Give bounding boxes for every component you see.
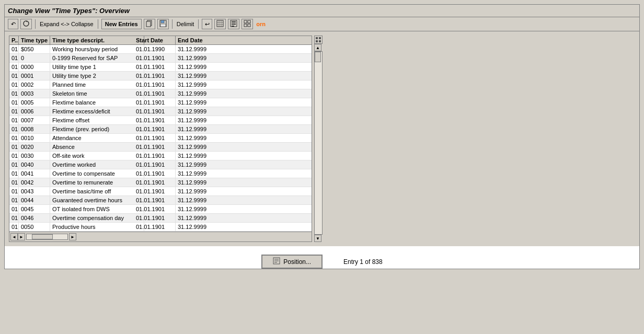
table-cell-0: 01 xyxy=(9,89,19,98)
table-cell-4: 31.12.9999 xyxy=(176,45,217,53)
table-cell-2: Skeleton time xyxy=(50,89,144,98)
copy-button[interactable] xyxy=(144,19,155,29)
table-row[interactable]: 010005Flextime balance01.01.190131.12.99… xyxy=(9,98,312,107)
svg-rect-14 xyxy=(232,26,234,27)
new-entries-label: New Entries xyxy=(105,21,138,27)
position-icon xyxy=(273,257,280,266)
position-button[interactable]: Position... xyxy=(261,255,323,269)
table-cell-3: 01.01.1901 xyxy=(134,107,176,116)
table-cell-1: 0 xyxy=(19,54,50,62)
svg-rect-5 xyxy=(160,24,166,27)
scroll-right-button[interactable]: ► xyxy=(69,233,76,240)
table-row[interactable]: 010008Flextime (prev. period)01.01.19013… xyxy=(9,125,312,134)
table-cell-3: 01.01.1901 xyxy=(134,187,176,195)
table-cell-3: 01.01.1990 xyxy=(134,45,176,53)
table-row[interactable]: 010044Guaranteed overtime hours01.01.190… xyxy=(9,196,312,205)
new-entries-button[interactable]: New Entries xyxy=(101,19,142,29)
table-cell-3: 01.01.1901 xyxy=(134,134,176,142)
scroll-down-button[interactable]: ▼ xyxy=(314,235,321,242)
table-cell-0: 01 xyxy=(9,107,19,116)
table-cell-2: Flextime excess/deficit xyxy=(50,107,144,116)
refresh-button[interactable] xyxy=(20,19,32,29)
table-cell-2: Guaranteed overtime hours xyxy=(50,196,144,204)
table-cell-2: Overtime worked xyxy=(50,160,144,169)
table-cell-1: 0045 xyxy=(19,205,50,213)
scroll-up-button[interactable]: ▲ xyxy=(314,44,321,51)
table-cell-3: 01.01.1901 xyxy=(134,178,176,187)
table-row[interactable]: 010020Absence01.01.190131.12.9999 xyxy=(9,143,312,152)
table-row[interactable]: 010002Planned time01.01.190131.12.9999 xyxy=(9,80,312,89)
v-scroll-track[interactable] xyxy=(314,51,323,235)
table-cell-0: 01 xyxy=(9,205,19,213)
table-row[interactable]: 01$050Working hours/pay period01.01.1990… xyxy=(9,45,312,54)
table-cell-2: 0-1999 Reserved for SAP xyxy=(50,54,144,62)
btn-grid1[interactable] xyxy=(214,19,226,29)
table-cell-3: 01.01.1901 xyxy=(134,152,176,160)
table-cell-1: $050 xyxy=(19,45,50,53)
btn-arrow[interactable]: ↩ xyxy=(202,19,212,29)
table-cell-1: 0006 xyxy=(19,107,50,116)
highlight-text: orn xyxy=(255,21,267,27)
data-table: P.. Time type Time type descript. Start … xyxy=(9,36,312,242)
table-cell-0: 01 xyxy=(9,143,19,151)
table-row[interactable]: 010000Utility time type 101.01.190131.12… xyxy=(9,63,312,72)
scroll-right-arrow2[interactable]: ► xyxy=(18,233,25,240)
table-cell-2: Off-site work xyxy=(50,152,144,160)
table-cell-2: Utility time type 2 xyxy=(50,72,144,80)
scroll-left-button[interactable]: ◄ xyxy=(10,233,18,240)
table-cell-4: 31.12.9999 xyxy=(176,187,217,195)
table-row[interactable]: 010003Skeleton time01.01.190131.12.9999 xyxy=(9,89,312,98)
corner-button[interactable] xyxy=(314,36,323,44)
table-row[interactable]: 010043Overtime basic/time off01.01.19013… xyxy=(9,187,312,196)
table-cell-4: 31.12.9999 xyxy=(176,214,217,222)
table-row[interactable]: 010046Overtime compensation day01.01.190… xyxy=(9,214,312,223)
table-row[interactable]: 010006Flextime excess/deficit01.01.19013… xyxy=(9,107,312,116)
title-bar: Change View "Time Types": Overview xyxy=(5,5,639,17)
svg-rect-18 xyxy=(248,24,250,27)
table-cell-3: 01.01.1901 xyxy=(134,143,176,151)
table-cell-3: 01.01.1901 xyxy=(134,125,176,133)
table-row[interactable]: 0100-1999 Reserved for SAP01.01.190131.1… xyxy=(9,54,312,63)
table-cell-4: 31.12.9999 xyxy=(176,223,217,231)
undo-button[interactable]: ↶ xyxy=(8,19,18,29)
svg-rect-19 xyxy=(316,37,318,39)
table-cell-2: Overtime to compensate xyxy=(50,169,144,178)
table-cell-4: 31.12.9999 xyxy=(176,143,217,151)
table-row[interactable]: 010007Flextime offset01.01.190131.12.999… xyxy=(9,116,312,125)
save-button[interactable] xyxy=(157,19,169,29)
table-cell-2: Flextime balance xyxy=(50,98,144,107)
copy-icon xyxy=(146,20,153,28)
table-cell-1: 0030 xyxy=(19,152,50,160)
vertical-scrollbar: ▲ ▼ xyxy=(314,36,323,242)
btn-grid3[interactable] xyxy=(242,19,253,29)
table-row[interactable]: 010045OT isolated from DWS01.01.190131.1… xyxy=(9,205,312,214)
table-cell-3: 01.01.1901 xyxy=(134,205,176,213)
svg-rect-4 xyxy=(161,20,164,23)
table-cell-1: 0046 xyxy=(19,214,50,222)
table-cell-3: 01.01.1901 xyxy=(134,72,176,80)
table-cell-0: 01 xyxy=(9,98,19,107)
table-row[interactable]: 010041Overtime to compensate01.01.190131… xyxy=(9,169,312,178)
table-row[interactable]: 010001Utility time type 201.01.190131.12… xyxy=(9,72,312,80)
btn-grid2[interactable] xyxy=(228,19,239,29)
h-scroll-track[interactable] xyxy=(26,234,68,240)
table-cell-4: 31.12.9999 xyxy=(176,205,217,213)
table-cell-3: 01.01.1901 xyxy=(134,160,176,169)
table-row[interactable]: 010042Overtime to remunerate01.01.190131… xyxy=(9,178,312,187)
table-cell-0: 01 xyxy=(9,196,19,204)
table-cell-1: 0007 xyxy=(19,116,50,124)
table-cell-4: 31.12.9999 xyxy=(176,89,217,98)
table-row[interactable]: 010010Attendance01.01.190131.12.9999 xyxy=(9,134,312,143)
h-scroll-thumb[interactable] xyxy=(32,234,53,239)
table-cell-4: 31.12.9999 xyxy=(176,54,217,62)
table-row[interactable]: 010030Off-site work01.01.190131.12.9999 xyxy=(9,152,312,160)
window-title: Change View "Time Types": Overview xyxy=(8,7,130,15)
table-row[interactable]: 010050Productive hours01.01.190131.12.99… xyxy=(9,223,312,232)
table-cell-0: 01 xyxy=(9,214,19,222)
table-cell-3: 01.01.1901 xyxy=(134,214,176,222)
table-cell-4: 31.12.9999 xyxy=(176,98,217,107)
table-cell-4: 31.12.9999 xyxy=(176,134,217,142)
table-cell-0: 01 xyxy=(9,125,19,133)
table-row[interactable]: 010040Overtime worked01.01.190131.12.999… xyxy=(9,160,312,169)
v-scroll-thumb[interactable] xyxy=(315,52,321,62)
